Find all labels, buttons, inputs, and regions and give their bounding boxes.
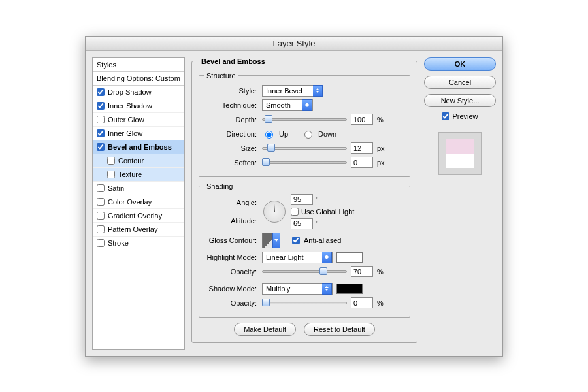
shadow-color-swatch[interactable] [336, 284, 363, 294]
sidebar-empty [93, 250, 184, 287]
shading-legend: Shading [204, 182, 235, 190]
highlight-mode-value: Linear Light [266, 253, 304, 261]
style-select[interactable]: Inner Bevel [262, 85, 323, 97]
size-label: Size: [204, 144, 258, 152]
dropdown-arrows-icon [322, 283, 332, 295]
sidebar-item-inner-glow[interactable]: Inner Glow [93, 127, 184, 140]
altitude-label: Altitude: [204, 217, 258, 225]
sidebar-item-checkbox[interactable] [97, 239, 105, 247]
window-title: Layer Style [86, 37, 502, 51]
sidebar-item-label: Pattern Overlay [108, 225, 157, 233]
sidebar-item-checkbox[interactable] [97, 116, 105, 123]
direction-up-radio[interactable] [265, 131, 273, 139]
blending-options-row[interactable]: Blending Options: Custom [93, 72, 184, 86]
shadow-opacity-slider[interactable] [262, 299, 347, 308]
angle-dial[interactable] [263, 201, 286, 223]
sidebar-item-checkbox[interactable] [97, 184, 105, 192]
sidebar-item-checkbox[interactable] [97, 212, 105, 220]
angle-unit: ° [316, 195, 318, 203]
direction-down-radio[interactable] [304, 131, 312, 139]
style-label: Style: [204, 87, 258, 95]
depth-slider[interactable] [262, 115, 347, 124]
shadow-mode-value: Multiply [266, 285, 290, 293]
soften-input[interactable] [351, 157, 373, 168]
highlight-opacity-input[interactable] [351, 266, 373, 277]
sidebar-item-texture[interactable]: Texture [93, 168, 184, 182]
use-global-light-checkbox[interactable] [291, 208, 299, 216]
window-content: Styles Blending Options: Custom Drop Sha… [86, 51, 502, 356]
technique-select[interactable]: Smooth [262, 99, 313, 111]
angle-input[interactable] [291, 194, 313, 205]
sidebar-item-checkbox[interactable] [97, 143, 105, 151]
preview-toggle[interactable]: Preview [442, 112, 478, 120]
sidebar-item-checkbox[interactable] [107, 171, 115, 178]
sidebar-item-bevel-and-emboss[interactable]: Bevel and Emboss [93, 140, 184, 154]
sidebar-item-contour[interactable]: Contour [93, 154, 184, 168]
anti-aliased-checkbox[interactable] [292, 237, 300, 244]
sidebar-item-label: Satin [108, 184, 124, 192]
sidebar-item-color-overlay[interactable]: Color Overlay [93, 195, 184, 209]
direction-down-label: Down [318, 130, 336, 138]
soften-unit: px [377, 159, 385, 167]
sidebar-item-label: Bevel and Emboss [108, 143, 172, 151]
shadow-opacity-input[interactable] [351, 297, 373, 308]
sidebar-item-drop-shadow[interactable]: Drop Shadow [93, 86, 184, 99]
highlight-mode-select[interactable]: Linear Light [262, 252, 333, 263]
sidebar-item-checkbox[interactable] [97, 88, 105, 96]
soften-label: Soften: [204, 159, 258, 167]
dropdown-arrow-icon [272, 233, 280, 248]
sidebar-item-checkbox[interactable] [97, 225, 105, 233]
dropdown-arrows-icon [313, 85, 323, 97]
shadow-opacity-unit: % [377, 299, 384, 307]
shadow-opacity-label: Opacity: [204, 299, 258, 307]
gloss-contour-label: Gloss Contour: [204, 237, 258, 244]
sidebar-item-stroke[interactable]: Stroke [93, 237, 184, 250]
altitude-unit: ° [316, 220, 318, 227]
highlight-color-swatch[interactable] [336, 252, 363, 263]
preview-label: Preview [452, 112, 478, 120]
sidebar-item-label: Color Overlay [108, 198, 152, 206]
new-style-button[interactable]: New Style... [424, 94, 496, 107]
direction-up-label: Up [279, 130, 288, 138]
technique-label: Technique: [204, 101, 258, 109]
sidebar-item-inner-shadow[interactable]: Inner Shadow [93, 99, 184, 113]
sidebar-header[interactable]: Styles [93, 58, 184, 72]
reset-to-default-button[interactable]: Reset to Default [304, 323, 375, 336]
cancel-button[interactable]: Cancel [424, 76, 496, 89]
shading-group: Shading Angle: Altitude: [199, 182, 410, 318]
highlight-mode-label: Highlight Mode: [204, 253, 258, 261]
sidebar-item-gradient-overlay[interactable]: Gradient Overlay [93, 209, 184, 223]
sidebar-item-checkbox[interactable] [97, 102, 105, 110]
styles-sidebar: Styles Blending Options: Custom Drop Sha… [92, 57, 185, 350]
size-slider[interactable] [262, 144, 347, 153]
depth-input[interactable] [351, 114, 373, 125]
sidebar-item-label: Inner Shadow [108, 102, 152, 110]
structure-group: Structure Style: Inner Bevel Technique: … [199, 72, 410, 177]
size-input[interactable] [351, 142, 373, 154]
structure-legend: Structure [204, 72, 238, 80]
panel-legend: Bevel and Emboss [199, 57, 268, 65]
sidebar-item-checkbox[interactable] [107, 157, 115, 165]
shadow-mode-select[interactable]: Multiply [262, 283, 333, 295]
preview-checkbox[interactable] [442, 112, 449, 120]
sidebar-item-satin[interactable]: Satin [93, 182, 184, 195]
soften-slider[interactable] [262, 158, 347, 167]
sidebar-item-checkbox[interactable] [97, 198, 105, 206]
ok-button[interactable]: OK [424, 57, 496, 71]
sidebar-item-label: Texture [118, 171, 142, 178]
highlight-opacity-slider[interactable] [262, 267, 347, 276]
effect-panel: Bevel and Emboss Structure Style: Inner … [191, 57, 417, 350]
sidebar-item-outer-glow[interactable]: Outer Glow [93, 113, 184, 127]
sidebar-item-checkbox[interactable] [97, 129, 105, 137]
highlight-opacity-unit: % [377, 268, 384, 276]
anti-aliased-label: Anti-aliased [304, 237, 341, 244]
altitude-input[interactable] [291, 218, 313, 229]
depth-label: Depth: [204, 116, 258, 123]
size-unit: px [377, 144, 385, 152]
dialog-buttons: OK Cancel New Style... Preview [424, 57, 496, 350]
dropdown-arrows-icon [322, 252, 332, 263]
make-default-button[interactable]: Make Default [234, 323, 296, 336]
sidebar-item-pattern-overlay[interactable]: Pattern Overlay [93, 223, 184, 237]
sidebar-item-label: Stroke [108, 239, 129, 247]
gloss-contour-picker[interactable] [262, 233, 280, 248]
